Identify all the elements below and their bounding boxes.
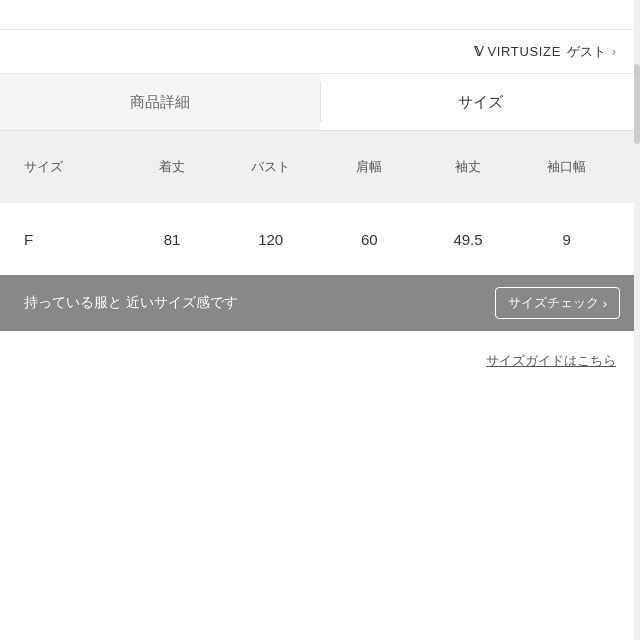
- size-guide-area: サイズガイドはこちら: [0, 331, 640, 390]
- tab-size-label: サイズ: [458, 93, 503, 112]
- size-header-row: サイズ 着丈 バスト 肩幅 袖丈 袖口幅: [0, 131, 640, 203]
- virtusize-bar: 𝕍 VIRTUSIZE ゲスト ›: [0, 30, 640, 74]
- virtusize-logo-text: VIRTUSIZE: [487, 44, 561, 59]
- header-sodoguchi: 袖口幅: [517, 158, 616, 176]
- size-check-banner: 持っている服と 近いサイズ感です サイズチェック ›: [0, 275, 640, 331]
- scrollbar-thumb: [634, 64, 640, 144]
- virtusize-guest-label: ゲスト: [567, 43, 606, 61]
- header-bust: バスト: [221, 158, 320, 176]
- tab-product-detail-label: 商品詳細: [130, 93, 190, 112]
- header-sodake: 袖丈: [419, 158, 518, 176]
- cell-size: F: [24, 231, 123, 248]
- cell-sodoguchi: 9: [517, 231, 616, 248]
- size-check-text: 持っている服と 近いサイズ感です: [24, 294, 238, 312]
- header-size: サイズ: [24, 158, 123, 176]
- virtusize-logo: 𝕍 VIRTUSIZE: [474, 44, 561, 59]
- header-katahaba: 肩幅: [320, 158, 419, 176]
- size-guide-link[interactable]: サイズガイドはこちら: [486, 353, 616, 368]
- size-check-button[interactable]: サイズチェック ›: [495, 287, 620, 319]
- cell-bust: 120: [221, 231, 320, 248]
- tab-size[interactable]: サイズ: [321, 74, 641, 130]
- size-table-area: サイズ 着丈 バスト 肩幅 袖丈 袖口幅 F 81 120 60 49.5 9: [0, 131, 640, 275]
- top-area: [0, 0, 640, 30]
- size-data-row: F 81 120 60 49.5 9: [0, 203, 640, 275]
- tab-product-detail[interactable]: 商品詳細: [0, 74, 320, 130]
- virtusize-arrow-icon: ›: [612, 45, 616, 59]
- virtusize-v-icon: 𝕍: [474, 44, 484, 59]
- cell-katahaba: 60: [320, 231, 419, 248]
- scrollbar[interactable]: [634, 0, 640, 640]
- header-kittake: 着丈: [123, 158, 222, 176]
- size-check-button-label: サイズチェック: [508, 294, 599, 312]
- cell-kittake: 81: [123, 231, 222, 248]
- tabs-container: 商品詳細 サイズ: [0, 74, 640, 131]
- cell-sodake: 49.5: [419, 231, 518, 248]
- size-check-arrow-icon: ›: [603, 296, 607, 311]
- virtusize-content[interactable]: 𝕍 VIRTUSIZE ゲスト ›: [474, 43, 616, 61]
- page-wrapper: 𝕍 VIRTUSIZE ゲスト › 商品詳細 サイズ サイズ 着丈 バスト 肩幅…: [0, 0, 640, 640]
